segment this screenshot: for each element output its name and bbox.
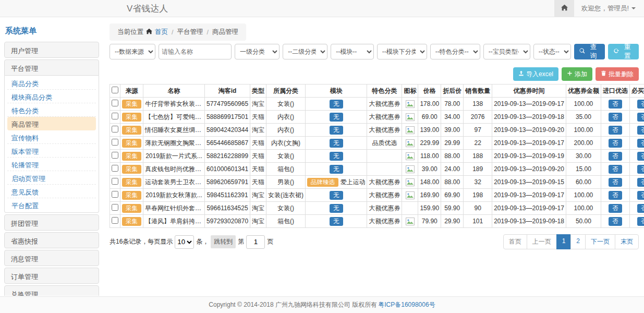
module-badge[interactable]: 无 (330, 152, 343, 161)
copyright-text: Copyright © 2014-2018 广州九驰网络科技有限公司 版权所有 (209, 300, 377, 309)
must-buy-badge[interactable]: 否 (637, 191, 644, 200)
module-sub-select[interactable]: --模块下分类-- (377, 44, 427, 59)
add-button[interactable]: 添加 (562, 67, 592, 81)
import-select-badge[interactable]: 否 (609, 165, 622, 174)
baby-type-select[interactable]: --宝贝类型-- (483, 44, 530, 59)
status-select[interactable]: --状态-- (533, 44, 571, 59)
batch-delete-button[interactable]: 批量删除 (596, 67, 639, 81)
row-checkbox[interactable] (112, 139, 118, 146)
module-badge[interactable]: 无 (330, 217, 343, 226)
sidebar-item[interactable]: 宣传物料 (7, 130, 96, 144)
module-badge[interactable]: 无 (330, 100, 343, 109)
page-button[interactable]: 下一页 (585, 234, 615, 249)
sidebar-group[interactable]: 兑换管理 (4, 285, 99, 296)
coupon-time: 2019-09-13—2019-09-20 (492, 124, 566, 137)
sidebar-item[interactable]: 特色分类 (7, 103, 96, 117)
page-button[interactable]: 1 (556, 234, 572, 249)
name-search-input[interactable] (159, 44, 232, 59)
taoke-id: 601000601341 (205, 163, 250, 176)
must-buy-badge[interactable]: 否 (637, 113, 644, 122)
sidebar-group[interactable]: 拼团管理 (4, 214, 99, 231)
coupon-time: 2019-09-13—2019-09-17 (492, 98, 566, 111)
feature-category: 大额优惠券 (367, 98, 402, 111)
sidebar-group[interactable]: 订单管理 (4, 268, 99, 284)
breadcrumb-separator: / (171, 29, 174, 36)
table-row: 采集 2019新款一片式系... 588216228899 天猫 女装() 无 … (110, 150, 644, 163)
import-select-badge[interactable]: 否 (609, 204, 622, 213)
breadcrumb-item: 平台管理 (177, 28, 203, 37)
import-select-badge[interactable]: 否 (609, 191, 622, 200)
must-buy-badge[interactable]: 否 (637, 100, 644, 109)
data-source-select[interactable]: --数据来源-- (110, 44, 155, 59)
import-select-badge[interactable]: 否 (609, 217, 622, 226)
must-buy-badge[interactable]: 否 (637, 126, 644, 135)
breadcrumb-home-link[interactable]: 首页 (155, 28, 168, 37)
column-header: 优惠券时间 (492, 85, 566, 98)
must-buy-badge[interactable]: 否 (637, 152, 644, 161)
sidebar-item[interactable]: 版本管理 (7, 144, 96, 158)
icp-link[interactable]: 粤ICP备16098006号 (378, 300, 435, 309)
row-checkbox[interactable] (112, 113, 118, 119)
row-checkbox[interactable] (112, 217, 118, 224)
user-menu[interactable]: 欢迎您，管理员! (574, 4, 644, 13)
sidebar-item[interactable]: 平台配置 (7, 198, 96, 212)
sidebar-group[interactable]: 用户管理 (4, 42, 99, 58)
jump-button[interactable]: 跳转到 (211, 235, 236, 248)
main-content: 当前位置 首页 / 平台管理 / 商品管理 --数据来源-- 一级分类 --二级… (110, 23, 639, 249)
must-buy-badge[interactable]: 否 (637, 139, 644, 148)
must-buy-badge[interactable]: 否 (637, 178, 644, 187)
import-excel-button[interactable]: 导入excel (513, 67, 558, 81)
per-page-select[interactable]: 10 (175, 235, 194, 249)
module-badge[interactable]: 无 (330, 165, 343, 174)
module-badge[interactable]: 品牌臻选 (307, 178, 338, 187)
must-buy-badge[interactable]: 否 (637, 165, 644, 174)
import-select-badge[interactable]: 否 (609, 152, 622, 161)
page-number-input[interactable] (246, 235, 265, 249)
level1-category-select[interactable]: 一级分类 (235, 44, 280, 59)
feature-category-select[interactable]: --特色分类-- (430, 44, 480, 59)
import-select-badge[interactable]: 否 (609, 113, 622, 122)
page-button[interactable]: 末页 (615, 234, 639, 249)
level2-category-select[interactable]: --二级分类-- (283, 44, 327, 59)
column-header: 类型 (250, 85, 266, 98)
row-checkbox[interactable] (112, 126, 118, 133)
reset-button[interactable]: 重置 (608, 44, 639, 59)
sidebar-item[interactable]: 意见反馈 (7, 185, 96, 198)
page-button[interactable]: 首页 (503, 234, 527, 249)
import-select-badge[interactable]: 否 (609, 126, 622, 135)
page-button[interactable]: 2 (570, 234, 586, 249)
module-badge[interactable]: 无 (330, 191, 343, 200)
feature-category: 大额优惠券 (367, 215, 402, 228)
row-checkbox[interactable] (112, 165, 118, 172)
import-select-badge[interactable]: 否 (609, 139, 622, 148)
sidebar-item[interactable]: 轮播管理 (7, 158, 96, 171)
sidebar-group[interactable]: 平台管理 (4, 59, 99, 76)
sidebar-item[interactable]: 模块商品分类 (7, 90, 96, 103)
module-badge[interactable]: 无 (330, 139, 343, 148)
sidebar-item[interactable]: 启动页管理 (7, 171, 96, 185)
discount-price: 29.99 (441, 137, 464, 150)
module-badge[interactable]: 无 (330, 113, 343, 122)
sidebar-item[interactable]: 商品分类 (7, 76, 96, 90)
home-button[interactable] (554, 0, 574, 17)
must-buy-badge[interactable]: 否 (637, 204, 644, 213)
row-checkbox[interactable] (112, 191, 118, 198)
search-button[interactable]: 查询 (574, 44, 605, 59)
must-buy-badge[interactable]: 否 (637, 217, 644, 226)
sidebar-item[interactable]: 商品管理 (7, 117, 96, 130)
product-thumbnail-icon (406, 113, 415, 121)
page-button[interactable]: 上一页 (527, 234, 557, 249)
import-select-badge[interactable]: 否 (609, 178, 622, 187)
row-checkbox[interactable] (112, 152, 118, 159)
module-badge[interactable]: 无 (330, 204, 343, 213)
import-select-badge[interactable]: 否 (609, 100, 622, 109)
discount-price: 88.00 (441, 176, 464, 189)
select-all-checkbox[interactable] (112, 87, 118, 93)
module-badge[interactable]: 无 (330, 126, 343, 135)
module-select[interactable]: --模块-- (331, 44, 373, 59)
row-checkbox[interactable] (112, 204, 118, 211)
row-checkbox[interactable] (112, 178, 118, 185)
row-checkbox[interactable] (112, 100, 118, 106)
sidebar-group[interactable]: 消息管理 (4, 250, 99, 266)
sidebar-group[interactable]: 省惠快报 (4, 232, 99, 248)
